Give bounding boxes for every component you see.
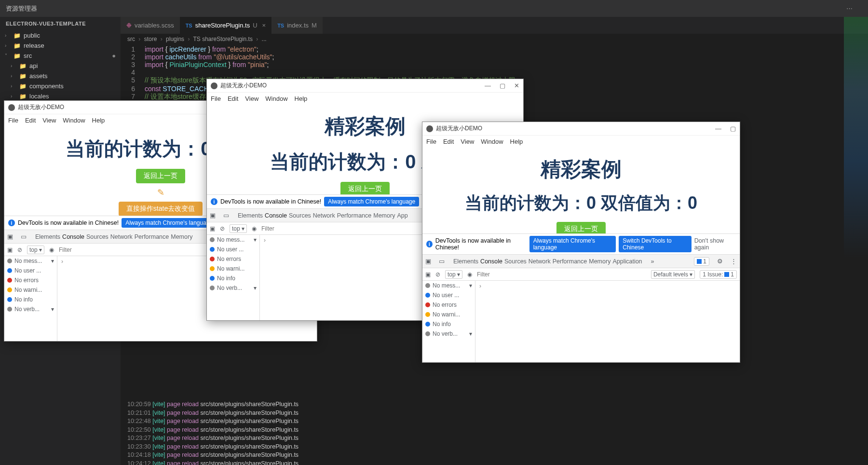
eye-icon[interactable]: ◉ (49, 246, 54, 253)
breadcrumb[interactable]: src › store › plugins › TS shareStorePlu… (121, 34, 868, 44)
tree-item[interactable]: ›📁locales (0, 91, 121, 101)
console-filter-row[interactable]: No errors (422, 300, 475, 310)
sidebar-toggle-icon[interactable]: ▣ (7, 246, 13, 253)
console-filter-row[interactable]: No info (422, 319, 475, 329)
console-filter-row[interactable]: No warni... (207, 264, 259, 274)
menu-item[interactable]: View (42, 117, 56, 124)
devtools-tab[interactable]: Network (312, 209, 336, 222)
state-button[interactable]: 直接操作state去改变值 (119, 202, 203, 216)
menu-item[interactable]: File (426, 138, 436, 145)
console-filter-row[interactable]: No user ... (422, 290, 475, 300)
devtools-tab[interactable]: Console (264, 209, 288, 223)
editor-tab[interactable]: ❉variables.scss (121, 17, 180, 34)
devtools-tab[interactable]: Performance (552, 255, 588, 268)
menu-item[interactable]: Window (481, 138, 503, 145)
menu-item[interactable]: Edit (443, 138, 454, 145)
menu-item[interactable]: Edit (25, 117, 36, 124)
match-lang-button[interactable]: Always match Chrome's language (122, 218, 217, 228)
editor-tab[interactable]: TSshareStorePlugin.tsU× (180, 17, 272, 34)
dont-show-link[interactable]: Don't show again (694, 237, 736, 251)
console-filter-row[interactable]: No warni... (4, 285, 57, 295)
devtools-tab[interactable]: Console (61, 231, 85, 244)
levels-select[interactable]: Default levels ▾ (651, 270, 695, 279)
devtools-tab[interactable]: Elements (34, 231, 61, 243)
window-menu[interactable]: FileEditViewWindowHelp (207, 93, 523, 104)
tree-item[interactable]: ›📁release (0, 41, 121, 51)
switch-lang-button[interactable]: Switch DevTools to Chinese (619, 236, 691, 252)
more-tabs-icon[interactable]: » (651, 258, 654, 265)
settings-icon[interactable]: ⚙ (717, 258, 723, 265)
window-titlebar[interactable]: 超级无敌小DEMO —▢✕ (207, 79, 523, 93)
match-lang-button[interactable]: Always match Chrome's language (529, 236, 616, 252)
console-sidebar[interactable]: No mess...▾No user ...No errorsNo warni.… (4, 256, 57, 341)
console-filter-row[interactable]: No info (4, 295, 57, 304)
window-controls[interactable]: —▢ (715, 125, 736, 132)
devtools-tab[interactable]: Sources (288, 209, 312, 222)
issues-badge[interactable]: 1 Issue:1 (700, 270, 737, 279)
device-icon[interactable]: ▭ (21, 233, 27, 240)
devtools-tab[interactable]: Performance (134, 231, 170, 243)
console-filter-row[interactable]: No info (207, 274, 259, 283)
devtools-tab[interactable]: Sources (85, 231, 109, 243)
context-select[interactable]: top ▾ (445, 270, 462, 279)
menu-item[interactable]: Help (510, 138, 523, 145)
devtools-tab[interactable]: Performance (336, 209, 373, 222)
context-select[interactable]: top ▾ (230, 224, 247, 233)
more-icon[interactable]: ⋯ (846, 5, 853, 12)
console-filter-row[interactable]: No errors (207, 254, 259, 264)
context-select[interactable]: top ▾ (27, 246, 44, 254)
menu-item[interactable]: Window (265, 95, 287, 102)
window-controls[interactable]: —▢✕ (485, 82, 519, 89)
clear-icon[interactable]: ⊘ (17, 246, 22, 253)
menu-item[interactable]: Edit (228, 95, 238, 102)
menu-item[interactable]: Help (295, 95, 308, 102)
device-icon[interactable]: ▭ (439, 258, 445, 265)
menu-item[interactable]: Window (63, 117, 85, 124)
menu-item[interactable]: File (8, 117, 18, 124)
device-icon[interactable]: ▭ (223, 212, 229, 219)
match-lang-button[interactable]: Always match Chrome's language (324, 197, 419, 206)
tree-item[interactable]: ›📁assets (0, 71, 121, 81)
clear-icon[interactable]: ⊘ (220, 225, 225, 232)
eye-icon[interactable]: ◉ (467, 271, 472, 278)
eye-icon[interactable]: ◉ (252, 225, 257, 232)
inspect-icon[interactable]: ▣ (425, 258, 431, 265)
devtools-tab[interactable]: Elements (452, 255, 479, 268)
tree-item[interactable]: ›📁components (0, 81, 121, 91)
minimap[interactable] (844, 17, 868, 258)
devtools-tab[interactable]: Elements (237, 209, 264, 222)
tree-item[interactable]: ˅📁src● (0, 51, 121, 61)
console-filter-row[interactable]: No verb...▾ (422, 329, 475, 339)
devtools-tab[interactable]: Network (109, 231, 134, 243)
console-filter-row[interactable]: No user ... (4, 266, 57, 275)
window-titlebar[interactable]: 超级无敌小DEMO —▢ (422, 122, 740, 136)
console-sidebar[interactable]: No mess...▾No user ...No errorsNo warni.… (422, 281, 475, 362)
errors-badge[interactable]: 1 (694, 257, 709, 266)
edit-icon[interactable]: ✎ (157, 187, 164, 198)
devtools-tab[interactable]: Memory (372, 209, 396, 222)
window-menu[interactable]: FileEditViewWindowHelp (422, 136, 740, 147)
devtools-tab[interactable]: Application (611, 255, 643, 268)
terminal[interactable]: 10:20:59 [vite] page reload src/store/pl… (121, 397, 868, 465)
filter-input[interactable] (477, 271, 646, 278)
console-filter-row[interactable]: No verb...▾ (207, 283, 259, 293)
console-filter-row[interactable]: No errors (4, 275, 57, 285)
console-filter-row[interactable]: No mess...▾ (207, 235, 259, 245)
devtools-tab[interactable]: App (396, 209, 408, 222)
editor-tab[interactable]: TSindex.tsM (271, 17, 323, 34)
clear-icon[interactable]: ⊘ (435, 271, 440, 278)
back-button[interactable]: 返回上一页 (556, 222, 606, 233)
sidebar-toggle-icon[interactable]: ▣ (425, 271, 431, 278)
back-button[interactable]: 返回上一页 (136, 169, 185, 183)
console-filter-row[interactable]: No verb...▾ (4, 304, 57, 314)
tree-item[interactable]: ›📁api (0, 61, 121, 71)
devtools-tab[interactable]: Sources (503, 255, 528, 268)
back-button[interactable]: 返回上一页 (340, 182, 390, 194)
console-filter-row[interactable]: No warni... (422, 310, 475, 319)
console-filter-row[interactable]: No mess...▾ (4, 256, 57, 266)
sidebar-toggle-icon[interactable]: ▣ (210, 225, 215, 232)
console-sidebar[interactable]: No mess...▾No user ...No errorsNo warni.… (207, 235, 260, 320)
kebab-icon[interactable]: ⋮ (731, 258, 737, 265)
inspect-icon[interactable]: ▣ (210, 212, 216, 219)
devtools-tab[interactable]: Memory (588, 255, 611, 268)
